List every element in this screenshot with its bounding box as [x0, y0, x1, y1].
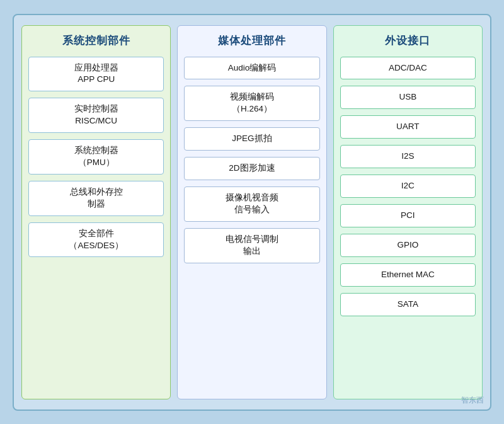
item-media-4: 摄像机视音频 信号输入: [184, 186, 319, 222]
items-list-peripheral: ADC/DACUSBUARTI2SI2CPCIGPIOEthernet MACS…: [340, 57, 476, 391]
item-media-2: JPEG抓拍: [184, 127, 319, 151]
column-title-media: 媒体处理部件: [184, 33, 319, 48]
item-system-4: 安全部件 （AES/DES）: [28, 222, 164, 258]
item-media-1: 视频编解码 （H.264）: [184, 86, 319, 121]
item-peripheral-3: I2S: [340, 145, 476, 168]
item-system-3: 总线和外存控 制器: [28, 181, 164, 216]
column-title-system: 系统控制部件: [28, 33, 164, 48]
main-container: 系统控制部件应用处理器 APP CPU实时控制器 RISC/MCU系统控制器 （…: [13, 14, 491, 411]
column-system: 系统控制部件应用处理器 APP CPU实时控制器 RISC/MCU系统控制器 （…: [21, 25, 171, 399]
item-peripheral-7: Ethernet MAC: [340, 263, 476, 287]
column-media: 媒体处理部件Audio编解码视频编解码 （H.264）JPEG抓拍2D图形加速摄…: [177, 25, 326, 399]
item-media-5: 电视信号调制 输出: [184, 228, 319, 263]
item-peripheral-4: I2C: [340, 175, 476, 198]
item-peripheral-1: USB: [340, 86, 476, 109]
items-list-system: 应用处理器 APP CPU实时控制器 RISC/MCU系统控制器 （PMU）总线…: [28, 57, 164, 391]
item-peripheral-2: UART: [340, 115, 476, 139]
item-system-2: 系统控制器 （PMU）: [28, 139, 164, 175]
item-peripheral-5: PCI: [340, 204, 476, 227]
item-system-1: 实时控制器 RISC/MCU: [28, 98, 164, 133]
column-title-peripheral: 外设接口: [340, 33, 476, 48]
item-system-0: 应用处理器 APP CPU: [28, 57, 164, 92]
item-peripheral-8: SATA: [340, 293, 476, 316]
column-peripheral: 外设接口ADC/DACUSBUARTI2SI2CPCIGPIOEthernet …: [333, 25, 483, 399]
items-list-media: Audio编解码视频编解码 （H.264）JPEG抓拍2D图形加速摄像机视音频 …: [184, 57, 319, 391]
item-peripheral-6: GPIO: [340, 234, 476, 257]
item-media-3: 2D图形加速: [184, 157, 319, 180]
watermark: 智东西: [461, 395, 484, 406]
item-peripheral-0: ADC/DAC: [340, 57, 476, 80]
item-media-0: Audio编解码: [184, 57, 319, 80]
